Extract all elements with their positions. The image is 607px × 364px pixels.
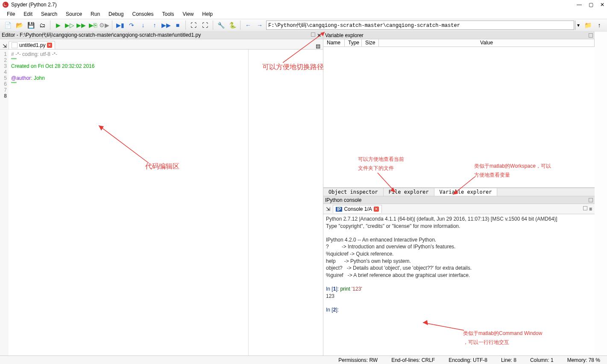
close-button[interactable]: ✕ [600, 2, 604, 8]
code-line: """ [11, 57, 17, 63]
status-memory: Memory: 78 % [565, 357, 603, 363]
editor-pane: Editor - F:\Python代码\cangqiong-scratch-m… [0, 32, 323, 364]
status-bar: Permissions: RW End-of-lines: CRLF Encod… [0, 355, 607, 364]
collapse-tabs-icon[interactable]: ⇲ [3, 43, 7, 49]
maximize-button[interactable]: ▢ [589, 2, 593, 8]
save-all-button[interactable]: 🗂 [37, 20, 47, 30]
tab-variable-explorer[interactable]: Variable explorer [434, 188, 498, 196]
browse-dir-button[interactable]: 📁 [583, 20, 593, 30]
pane-options-icon[interactable] [311, 32, 315, 37]
open-file-button[interactable]: 📂 [14, 20, 24, 30]
editor-tab[interactable]: untitled1.py ✕ [9, 41, 55, 49]
editor-header-title: Editor - F:\Python代码\cangqiong-scratch-m… [2, 32, 201, 39]
run-selection-button[interactable]: ▶⎘ [88, 20, 98, 30]
stop-debug-button[interactable]: ■ [173, 20, 183, 30]
run-cell-advance-button[interactable]: ▶▶ [76, 20, 86, 30]
ipython-icon: IP [336, 207, 342, 212]
editor-options-icon[interactable]: ▤ [316, 43, 320, 49]
run-cell-button[interactable]: ▶▷ [65, 20, 75, 30]
run-button[interactable]: ▶ [53, 20, 63, 30]
line-gutter: 1 2 3 4 5 6 7 8 [0, 50, 9, 364]
continue-button[interactable]: ▶▶ [161, 20, 171, 30]
code-line: # -*- coding: utf-8 -*- [11, 51, 57, 57]
tab-object-inspector[interactable]: Object inspector [323, 188, 384, 196]
run-config-button[interactable]: ⚙▶ [99, 20, 109, 30]
menu-source[interactable]: Source [62, 10, 85, 18]
menu-file[interactable]: File [3, 10, 18, 18]
menu-bar: File Edit Search Source Run Debug Consol… [0, 9, 607, 19]
code-editor[interactable]: 1 2 3 4 5 6 7 8 # -*- coding: utf-8 -*- … [0, 50, 323, 364]
app-icon [3, 2, 9, 8]
working-dir-input[interactable] [266, 20, 574, 30]
status-line: Line: 8 [499, 357, 519, 363]
menu-view[interactable]: View [179, 10, 197, 18]
title-bar: Spyder (Python 2.7) — ▢ ✕ [0, 0, 607, 9]
preferences-button[interactable]: 🔧 [216, 20, 226, 30]
console-tab[interactable]: IP Console 1/A ✕ [333, 205, 382, 213]
fullscreen-button[interactable]: ⛶ [200, 20, 210, 30]
menu-debug[interactable]: Debug [105, 10, 127, 18]
back-button[interactable]: ← [243, 20, 253, 30]
var-table-body[interactable] [323, 47, 595, 188]
toolbar: 📄 📂 💾 🗂 ▶ ▶▷ ▶▶ ▶⎘ ⚙▶ ▶▮ ↷ ↓ ↑ ▶▶ ■ ⛶ ⛶ … [0, 19, 607, 32]
var-table-header: Name Type Size Value [323, 39, 595, 47]
menu-consoles[interactable]: Consoles [129, 10, 157, 18]
console-menu-icon[interactable]: ≡ [589, 206, 592, 212]
python-file-icon [12, 42, 18, 48]
var-explorer-title: Variable explorer [325, 32, 364, 38]
console-tab-label: Console 1/A [344, 206, 372, 212]
status-permissions: Permissions: RW [336, 357, 380, 363]
step-into-button[interactable]: ↓ [138, 20, 148, 30]
minimize-button[interactable]: — [577, 2, 582, 8]
close-icon[interactable]: ✕ [47, 43, 52, 48]
forward-button[interactable]: → [255, 20, 265, 30]
editor-tab-label: untitled1.py [19, 42, 45, 48]
menu-run[interactable]: Run [87, 10, 103, 18]
debug-button[interactable]: ▶▮ [115, 20, 125, 30]
code-line: Created on Fri Oct 28 20:32:02 2016 [11, 63, 94, 69]
code-line: @author [11, 75, 31, 81]
ipython-title: IPython console [325, 197, 361, 203]
path-dropdown-icon[interactable]: ▾ [575, 20, 581, 30]
console-ctl-icon[interactable] [583, 206, 587, 210]
var-pane-options-icon[interactable] [589, 33, 593, 38]
step-over-button[interactable]: ↷ [126, 20, 137, 30]
app-title: Spyder (Python 2.7) [11, 2, 57, 8]
python-path-button[interactable]: 🐍 [227, 20, 238, 30]
status-eol: End-of-lines: CRLF [389, 357, 437, 363]
parent-dir-button[interactable]: ↑ [594, 20, 604, 30]
step-out-button[interactable]: ↑ [150, 20, 160, 30]
menu-help[interactable]: Help [199, 10, 216, 18]
save-button[interactable]: 💾 [26, 20, 36, 30]
close-icon[interactable]: ✕ [374, 207, 379, 212]
status-encoding: Encoding: UTF-8 [446, 357, 490, 363]
tab-file-explorer[interactable]: File explorer [384, 188, 434, 196]
collapse-console-tabs-icon[interactable]: ⇲ [326, 206, 330, 212]
new-file-button[interactable]: 📄 [3, 20, 13, 30]
code-line: """ [11, 81, 17, 87]
ipython-options-icon[interactable] [589, 198, 593, 202]
pane-close-icon[interactable]: ✕ [317, 32, 321, 38]
console-output[interactable]: Python 2.7.12 |Anaconda 4.1.1 (64-bit)| … [323, 214, 595, 360]
menu-search[interactable]: Search [38, 10, 61, 18]
menu-edit[interactable]: Edit [20, 10, 36, 18]
menu-tools[interactable]: Tools [159, 10, 178, 18]
status-column: Column: 1 [528, 357, 556, 363]
maximize-pane-button[interactable]: ⛶ [188, 20, 199, 30]
